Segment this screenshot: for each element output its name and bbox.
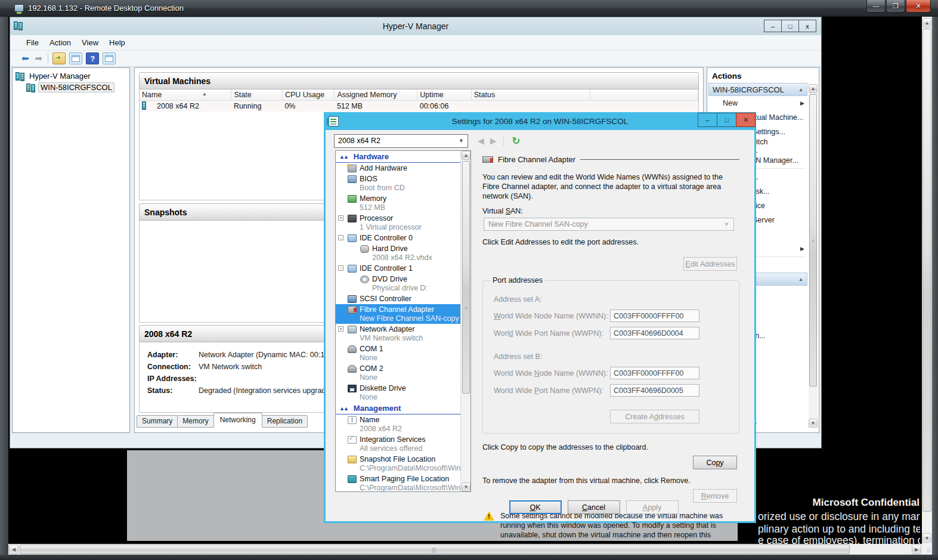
- hw-item-add-hardware[interactable]: Add Hardware: [336, 163, 461, 174]
- rdp-titlebar[interactable]: 192.168.1.132 - Remote Desktop Connectio…: [0, 0, 938, 17]
- forward-icon[interactable]: ➡: [35, 53, 43, 64]
- tab-replication[interactable]: Replication: [262, 415, 308, 428]
- hw-item-fibre-channel-adapter[interactable]: Fibre Channel AdapterNew Fibre Channel S…: [336, 304, 461, 324]
- tree-section-hardware[interactable]: ▲▲Hardware: [336, 151, 461, 163]
- hw-item-ide-controller-1[interactable]: IDE Controller 1-: [336, 263, 461, 274]
- hw-item-name[interactable]: Name2008 x64 R2: [336, 414, 461, 434]
- column-header-cpu-usage[interactable]: CPU Usage: [282, 89, 335, 100]
- navigate-back-icon[interactable]: ◀: [478, 136, 484, 146]
- help-icon[interactable]: ?: [86, 52, 99, 64]
- dialog-close-button[interactable]: ✕: [736, 113, 756, 127]
- collapse-icon[interactable]: -: [338, 265, 343, 271]
- bios-icon: [348, 175, 357, 183]
- tree-section-management[interactable]: ▲▲Management: [336, 403, 461, 414]
- menu-action[interactable]: Action: [44, 36, 76, 49]
- column-header-name[interactable]: Name▲: [140, 89, 231, 100]
- vm-cell-memory: 512 MB: [335, 100, 417, 112]
- rdp-horizontal-scrollbar[interactable]: ◀ ||| ▶: [8, 544, 922, 555]
- collapse-chevron-icon: ▲▲: [339, 154, 348, 160]
- ok-button[interactable]: OK: [509, 500, 562, 514]
- tab-memory[interactable]: Memory: [177, 415, 213, 428]
- hw-item-smart-paging-file-location[interactable]: Smart Paging File LocationC:\ProgramData…: [336, 474, 461, 492]
- hyperv-close-button[interactable]: x: [798, 20, 816, 32]
- settings-dialog-titlebar[interactable]: Settings for 2008 x64 R2 on WIN-58ICRGFS…: [324, 112, 756, 130]
- dialog-minimize-button[interactable]: –: [698, 113, 717, 127]
- scroll-right-icon[interactable]: ▶: [912, 544, 921, 554]
- scrollbar-thumb[interactable]: |||: [20, 544, 850, 554]
- collapse-icon[interactable]: -: [338, 235, 343, 240]
- menu-help[interactable]: Help: [104, 36, 131, 49]
- tree-item-server[interactable]: WIN-58ICRGFSCOL: [16, 82, 129, 93]
- actions-section-header[interactable]: WIN-58ICRGFSCOL▲: [708, 83, 807, 96]
- navigate-forward-icon[interactable]: ▶: [490, 136, 497, 146]
- wwn-value-field[interactable]: C003FF0000FFFF00: [610, 367, 699, 379]
- back-icon[interactable]: ⬅: [21, 53, 29, 64]
- actions-scrollbar[interactable]: ▲ ≡ ▼: [809, 84, 818, 428]
- refresh-icon[interactable]: ↻: [512, 135, 520, 147]
- hw-item-processor[interactable]: Processor+1 Virtual processor: [336, 213, 461, 233]
- resize-grip[interactable]: [922, 544, 932, 555]
- scrollbar-thumb[interactable]: [922, 29, 931, 512]
- hw-item-com-1[interactable]: COM 1None: [336, 344, 461, 363]
- hw-item-bios[interactable]: BIOSBoot from CD: [336, 174, 461, 193]
- column-header-uptime[interactable]: Uptime: [417, 89, 472, 100]
- wwn-value-field[interactable]: C003FF40696D0005: [610, 384, 699, 397]
- scroll-up-icon[interactable]: ▲: [922, 18, 931, 27]
- hw-item-integration-services[interactable]: Integration ServicesAll services offered: [336, 434, 461, 454]
- menu-view[interactable]: View: [76, 36, 104, 49]
- column-header-assigned-memory[interactable]: Assigned Memory: [335, 89, 417, 100]
- scroll-up-icon[interactable]: ▲: [809, 84, 818, 93]
- hw-item-scsi-controller[interactable]: SCSI Controller: [336, 293, 461, 304]
- rdp-minimize-button[interactable]: —: [866, 0, 886, 13]
- column-header-state[interactable]: State: [231, 89, 283, 100]
- wwn-value-field[interactable]: C003FF0000FFFF00: [610, 310, 699, 322]
- tree-item-hyperv-manager[interactable]: Hyper-V Manager: [16, 70, 129, 82]
- hyperv-maximize-button[interactable]: □: [781, 20, 799, 32]
- scroll-up-icon[interactable]: ▲: [462, 151, 470, 160]
- hw-item-dvd-drive[interactable]: DVD DrivePhysical drive D:: [336, 274, 461, 293]
- hardware-tree-scrollbar[interactable]: ▲ ≡ ▼: [460, 151, 470, 491]
- expand-icon[interactable]: +: [338, 326, 343, 332]
- hw-item-network-adapter[interactable]: Network Adapter+VM Network switch: [336, 324, 461, 344]
- actions-pane-icon[interactable]: [103, 52, 116, 64]
- scroll-left-icon[interactable]: ◀: [9, 544, 18, 554]
- vm-row[interactable]: 2008 x64 R2Running0%512 MB00:06:06: [140, 100, 698, 112]
- rdp-maximize-button[interactable]: ❐: [886, 0, 905, 13]
- scrollbar-thumb[interactable]: ≡: [809, 94, 817, 386]
- server-icon: [26, 83, 36, 92]
- scroll-down-icon[interactable]: ▼: [462, 482, 470, 491]
- virtual-san-dropdown[interactable]: New Fibre Channel SAN-copy ▼: [484, 218, 734, 231]
- hw-item-hard-drive[interactable]: Hard Drive2008 x64 R2.vhdx: [336, 243, 461, 263]
- expand-icon[interactable]: +: [338, 215, 343, 221]
- tab-summary[interactable]: Summary: [137, 415, 178, 428]
- hw-item-com-2[interactable]: COM 2None: [336, 363, 461, 383]
- hw-item-snapshot-file-location[interactable]: Snapshot File LocationC:\ProgramData\Mic…: [336, 454, 461, 474]
- cancel-button[interactable]: Cancel: [568, 500, 620, 514]
- hw-item-label: Name: [360, 416, 379, 424]
- tab-networking[interactable]: Networking: [213, 413, 262, 428]
- menu-file[interactable]: File: [21, 36, 44, 49]
- hyperv-minimize-button[interactable]: –: [764, 20, 782, 32]
- hw-item-ide-controller-0[interactable]: IDE Controller 0-: [336, 233, 461, 243]
- hw-item-memory[interactable]: Memory512 MB: [336, 193, 461, 213]
- vm-selector-dropdown[interactable]: 2008 x64 R2 ▼: [334, 134, 468, 148]
- action-item-new[interactable]: New▶: [707, 96, 819, 110]
- create-addresses-button[interactable]: Create Addresses: [610, 410, 699, 423]
- hyperv-menubar: FileActionViewHelp: [10, 35, 821, 51]
- hyperv-titlebar[interactable]: Hyper-V Manager – □ x: [10, 17, 821, 35]
- apply-button[interactable]: Apply: [626, 500, 679, 514]
- rdp-vertical-scrollbar[interactable]: ▲ ▼: [922, 17, 932, 544]
- column-header-status[interactable]: Status: [471, 89, 590, 100]
- hw-item-diskette-drive[interactable]: Diskette DriveNone: [336, 383, 461, 403]
- console-tree-icon[interactable]: [69, 52, 82, 64]
- scrollbar-thumb[interactable]: ≡: [462, 161, 470, 394]
- export-icon[interactable]: [52, 52, 66, 64]
- wwn-value-field[interactable]: C003FF40696D0004: [610, 327, 699, 339]
- copy-button[interactable]: Copy: [693, 456, 737, 469]
- rdp-close-button[interactable]: ✕: [906, 0, 931, 13]
- scroll-down-icon[interactable]: ▼: [809, 419, 818, 428]
- scroll-down-icon[interactable]: ▼: [922, 533, 931, 543]
- dialog-maximize-button[interactable]: □: [717, 113, 736, 127]
- edit-addresses-button[interactable]: Edit Addresses: [683, 257, 737, 271]
- scsi-icon: [348, 295, 357, 303]
